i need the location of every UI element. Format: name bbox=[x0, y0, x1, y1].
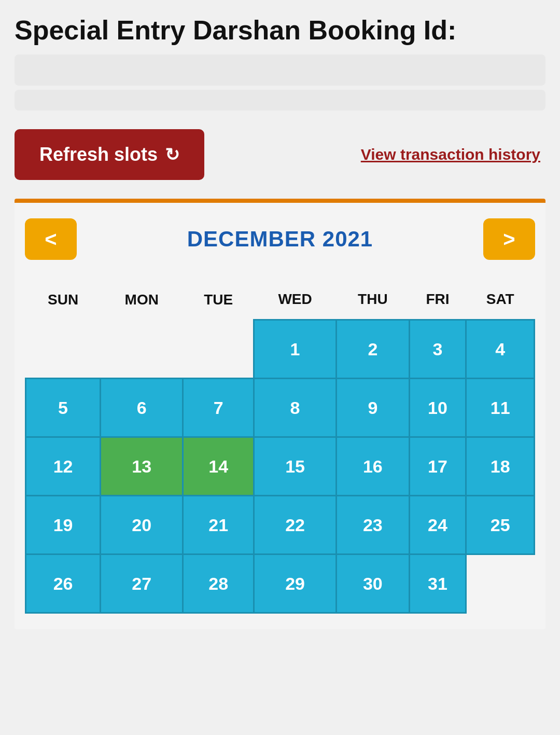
day-9[interactable]: 9 bbox=[337, 379, 408, 436]
calendar-cell-1[interactable]: 1 bbox=[254, 320, 336, 379]
calendar-cell-21[interactable]: 21 bbox=[183, 496, 254, 554]
empty-cell bbox=[26, 320, 101, 379]
refresh-slots-button[interactable]: Refresh slots ↻ bbox=[15, 129, 204, 180]
day-31[interactable]: 31 bbox=[410, 555, 466, 612]
calendar-cell-10[interactable]: 10 bbox=[409, 379, 466, 437]
calendar-cell-8[interactable]: 8 bbox=[254, 379, 336, 437]
day-18[interactable]: 18 bbox=[467, 438, 534, 495]
empty-day bbox=[183, 320, 253, 377]
calendar-week-1: 1234 bbox=[26, 320, 535, 379]
day-4[interactable]: 4 bbox=[467, 321, 534, 378]
calendar-cell-3[interactable]: 3 bbox=[409, 320, 466, 379]
refresh-icon: ↻ bbox=[165, 144, 179, 165]
day-19[interactable]: 19 bbox=[26, 496, 100, 553]
day-10[interactable]: 10 bbox=[410, 379, 466, 436]
calendar-cell-26[interactable]: 26 bbox=[26, 554, 101, 613]
day-21[interactable]: 21 bbox=[184, 496, 253, 553]
calendar-cell-29[interactable]: 29 bbox=[254, 554, 336, 613]
calendar-cell-30[interactable]: 30 bbox=[337, 554, 409, 613]
calendar-cell-18[interactable]: 18 bbox=[466, 437, 535, 496]
day-14[interactable]: 14 bbox=[184, 438, 253, 495]
day-17[interactable]: 17 bbox=[410, 438, 466, 495]
booking-sub-box bbox=[15, 90, 545, 110]
day-2[interactable]: 2 bbox=[337, 321, 408, 378]
empty-day bbox=[101, 320, 183, 377]
day-26[interactable]: 26 bbox=[26, 555, 100, 612]
calendar-cell-9[interactable]: 9 bbox=[337, 379, 409, 437]
day-7[interactable]: 7 bbox=[184, 379, 253, 436]
view-transaction-history-link[interactable]: View transaction history bbox=[361, 146, 545, 163]
day-12[interactable]: 12 bbox=[26, 438, 100, 495]
calendar-grid: SUNMONTUEWEDTHUFRISAT 123456789101112131… bbox=[25, 284, 535, 614]
day-8[interactable]: 8 bbox=[255, 379, 335, 436]
calendar-cell-20[interactable]: 20 bbox=[101, 496, 183, 554]
day-24[interactable]: 24 bbox=[410, 496, 466, 553]
day-25[interactable]: 25 bbox=[467, 496, 534, 553]
day-6[interactable]: 6 bbox=[101, 379, 182, 436]
day-header-tue: TUE bbox=[183, 284, 254, 320]
day-header-thu: THU bbox=[337, 284, 409, 320]
calendar-cell-17[interactable]: 17 bbox=[409, 437, 466, 496]
calendar-cell-28[interactable]: 28 bbox=[183, 554, 254, 613]
calendar-cell-12[interactable]: 12 bbox=[26, 437, 101, 496]
calendar-cell-16[interactable]: 16 bbox=[337, 437, 409, 496]
day-28[interactable]: 28 bbox=[184, 555, 253, 612]
calendar-cell-2[interactable]: 2 bbox=[337, 320, 409, 379]
day-header-fri: FRI bbox=[409, 284, 466, 320]
calendar-cell-4[interactable]: 4 bbox=[466, 320, 535, 379]
empty-day bbox=[26, 320, 101, 377]
day-header-sun: SUN bbox=[26, 284, 101, 320]
page-title: Special Entry Darshan Booking Id: bbox=[15, 16, 545, 45]
calendar-wrapper: < DECEMBER 2021 > SUNMONTUEWEDTHUFRISAT … bbox=[15, 199, 545, 629]
calendar-week-3: 12131415161718 bbox=[26, 437, 535, 496]
month-title: DECEMBER 2021 bbox=[187, 227, 373, 252]
calendar-cell-22[interactable]: 22 bbox=[254, 496, 336, 554]
calendar-cell-13[interactable]: 13 bbox=[101, 437, 183, 496]
day-30[interactable]: 30 bbox=[337, 555, 408, 612]
empty-day bbox=[467, 556, 534, 613]
calendar-header: < DECEMBER 2021 > bbox=[25, 213, 535, 265]
calendar-cell-15[interactable]: 15 bbox=[254, 437, 336, 496]
day-23[interactable]: 23 bbox=[337, 496, 408, 553]
calendar-cell-14[interactable]: 14 bbox=[183, 437, 254, 496]
day-3[interactable]: 3 bbox=[410, 321, 466, 378]
day-15[interactable]: 15 bbox=[255, 438, 335, 495]
booking-id-box bbox=[15, 54, 545, 86]
empty-cell bbox=[101, 320, 183, 379]
prev-month-button[interactable]: < bbox=[25, 218, 77, 260]
next-month-button[interactable]: > bbox=[483, 218, 535, 260]
calendar-cell-11[interactable]: 11 bbox=[466, 379, 535, 437]
empty-cell bbox=[183, 320, 254, 379]
day-20[interactable]: 20 bbox=[101, 496, 182, 553]
day-header-mon: MON bbox=[101, 284, 183, 320]
calendar-cell-7[interactable]: 7 bbox=[183, 379, 254, 437]
calendar-cell-24[interactable]: 24 bbox=[409, 496, 466, 554]
day-27[interactable]: 27 bbox=[101, 555, 182, 612]
day-11[interactable]: 11 bbox=[467, 379, 534, 436]
calendar-cell-6[interactable]: 6 bbox=[101, 379, 183, 437]
calendar-cell-31[interactable]: 31 bbox=[409, 554, 466, 613]
day-1[interactable]: 1 bbox=[255, 321, 335, 378]
calendar-week-5: 262728293031 bbox=[26, 554, 535, 613]
calendar-cell-19[interactable]: 19 bbox=[26, 496, 101, 554]
calendar-week-4: 19202122232425 bbox=[26, 496, 535, 554]
days-header-row: SUNMONTUEWEDTHUFRISAT bbox=[26, 284, 535, 320]
calendar-cell-25[interactable]: 25 bbox=[466, 496, 535, 554]
calendar-cell-5[interactable]: 5 bbox=[26, 379, 101, 437]
day-13[interactable]: 13 bbox=[101, 438, 182, 495]
day-29[interactable]: 29 bbox=[255, 555, 335, 612]
calendar-cell-23[interactable]: 23 bbox=[337, 496, 409, 554]
day-header-sat: SAT bbox=[466, 284, 535, 320]
calendar-week-2: 567891011 bbox=[26, 379, 535, 437]
day-header-wed: WED bbox=[254, 284, 336, 320]
day-16[interactable]: 16 bbox=[337, 438, 408, 495]
day-5[interactable]: 5 bbox=[26, 379, 100, 436]
calendar-cell-27[interactable]: 27 bbox=[101, 554, 183, 613]
day-22[interactable]: 22 bbox=[255, 496, 335, 553]
refresh-label: Refresh slots bbox=[39, 144, 158, 165]
empty-cell bbox=[466, 554, 535, 613]
actions-row: Refresh slots ↻ View transaction history bbox=[15, 129, 545, 180]
calendar-body: 1234567891011121314151617181920212223242… bbox=[26, 320, 535, 613]
